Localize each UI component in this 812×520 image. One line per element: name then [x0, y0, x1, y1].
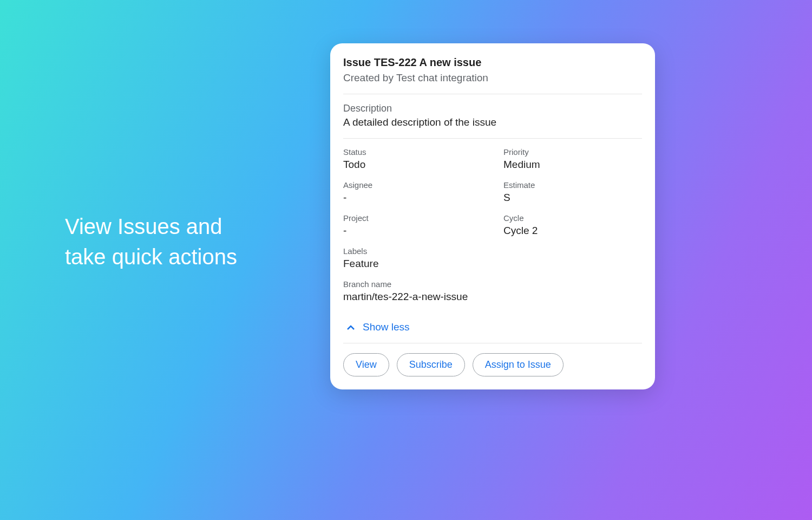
field-labels: Labels Feature: [343, 246, 482, 270]
field-cycle-value: Cycle 2: [503, 225, 642, 237]
field-cycle: Cycle Cycle 2: [503, 213, 642, 237]
chevron-up-icon: [346, 323, 355, 332]
subscribe-button[interactable]: Subscribe: [397, 353, 465, 376]
issue-title: Issue TES-222 A new issue: [343, 56, 642, 69]
issue-created-by: Created by Test chat integration: [343, 72, 642, 84]
issue-actions: View Subscribe Assign to Issue: [343, 343, 642, 376]
field-priority-label: Priority: [503, 147, 642, 157]
field-project: Project -: [343, 213, 482, 237]
field-assignee-label: Asignee: [343, 180, 482, 190]
field-priority: Priority Medium: [503, 147, 642, 171]
field-priority-value: Medium: [503, 159, 642, 171]
field-status: Status Todo: [343, 147, 482, 171]
field-assignee: Asignee -: [343, 180, 482, 204]
show-less-toggle[interactable]: Show less: [343, 313, 642, 343]
description-label: Description: [343, 103, 642, 114]
field-branch: Branch name martin/tes-222-a-new-issue: [343, 280, 642, 303]
marketing-headline: View Issues and take quick actions: [65, 211, 237, 272]
field-estimate-label: Estimate: [503, 180, 642, 190]
field-estimate-value: S: [503, 192, 642, 204]
issue-fields-section: Status Todo Priority Medium Asignee - Es…: [343, 139, 642, 343]
field-labels-label: Labels: [343, 246, 482, 256]
field-project-value: -: [343, 225, 482, 237]
headline-line-2: take quick actions: [65, 242, 237, 272]
view-button[interactable]: View: [343, 353, 389, 376]
issue-card-header: Issue TES-222 A new issue Created by Tes…: [343, 56, 642, 94]
field-branch-value: martin/tes-222-a-new-issue: [343, 291, 642, 303]
field-assignee-value: -: [343, 192, 482, 204]
description-value: A detailed description of the issue: [343, 116, 642, 128]
field-status-value: Todo: [343, 159, 482, 171]
issue-description-section: Description A detailed description of th…: [343, 94, 642, 139]
field-cycle-label: Cycle: [503, 213, 642, 223]
field-empty: [503, 246, 642, 270]
headline-line-1: View Issues and: [65, 211, 237, 242]
field-project-label: Project: [343, 213, 482, 223]
issue-card: Issue TES-222 A new issue Created by Tes…: [330, 43, 655, 389]
field-status-label: Status: [343, 147, 482, 157]
field-branch-label: Branch name: [343, 280, 642, 289]
field-estimate: Estimate S: [503, 180, 642, 204]
show-less-label: Show less: [363, 321, 410, 333]
assign-to-issue-button[interactable]: Assign to Issue: [473, 353, 564, 376]
field-labels-value: Feature: [343, 258, 482, 270]
